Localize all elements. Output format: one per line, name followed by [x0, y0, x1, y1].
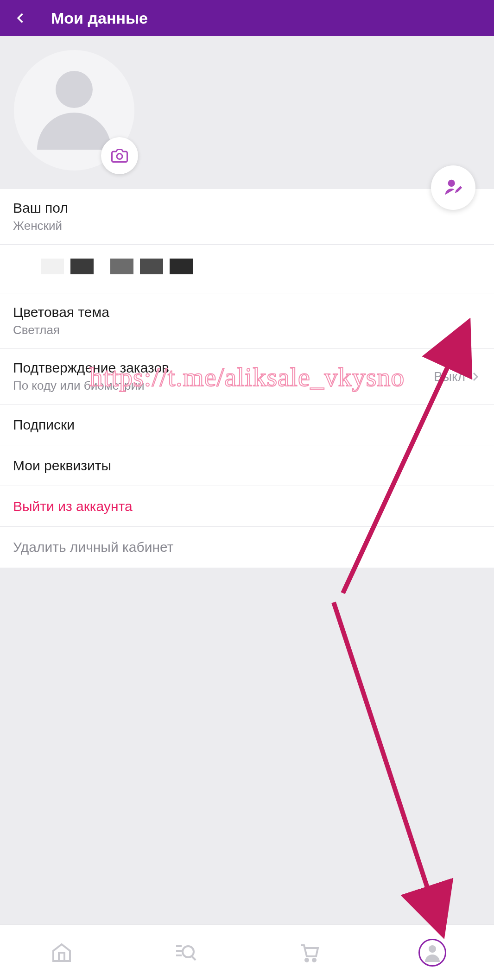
nav-search[interactable] [171, 939, 199, 967]
gender-value: Женский [13, 219, 68, 233]
logout-label: Выйти из аккаунта [13, 499, 133, 514]
chevron-right-icon [470, 371, 481, 382]
svg-line-8 [192, 956, 196, 960]
nav-home[interactable] [48, 939, 76, 967]
gender-row[interactable]: Ваш пол Женский [0, 189, 494, 245]
edit-profile-button[interactable] [431, 165, 475, 210]
settings-list: Ваш пол Женский Цветовая тема Светлая По… [0, 189, 494, 568]
nav-profile[interactable] [418, 939, 446, 967]
theme-label: Цветовая тема [13, 304, 109, 320]
subs-label: Подписки [13, 417, 75, 433]
change-photo-button[interactable] [101, 137, 138, 174]
nav-cart[interactable] [295, 939, 323, 967]
reqs-label: Мои реквизиты [13, 458, 111, 474]
delete-label: Удалить личный кабинет [13, 539, 173, 555]
redacted-info-row [0, 245, 494, 293]
confirm-label: Подтверждение заказов [13, 360, 169, 376]
svg-point-9 [305, 959, 308, 961]
page-title: Мои данные [51, 9, 148, 27]
profile-section [0, 36, 494, 189]
annotation-arrow-2 [324, 593, 454, 929]
svg-point-7 [183, 946, 194, 957]
delete-account-row[interactable]: Удалить личный кабинет [0, 527, 494, 568]
svg-line-3 [334, 602, 436, 913]
theme-row[interactable]: Цветовая тема Светлая [0, 293, 494, 349]
confirm-sub: По коду или биометрии [13, 379, 169, 393]
logout-row[interactable]: Выйти из аккаунта [0, 486, 494, 527]
back-button[interactable] [9, 6, 32, 30]
order-confirmation-row[interactable]: Подтверждение заказов По коду или биомет… [0, 349, 494, 405]
gender-label: Ваш пол [13, 200, 68, 216]
svg-point-0 [117, 154, 122, 159]
bottom-navigation [0, 924, 494, 980]
confirm-state: Выкл [434, 369, 465, 384]
svg-point-11 [429, 945, 436, 953]
requisites-row[interactable]: Мои реквизиты [0, 445, 494, 486]
subscriptions-row[interactable]: Подписки [0, 405, 494, 445]
theme-value: Светлая [13, 323, 109, 337]
avatar-placeholder [14, 50, 134, 171]
svg-point-10 [313, 959, 316, 961]
app-header: Мои данные [0, 0, 494, 36]
svg-point-1 [448, 180, 455, 187]
